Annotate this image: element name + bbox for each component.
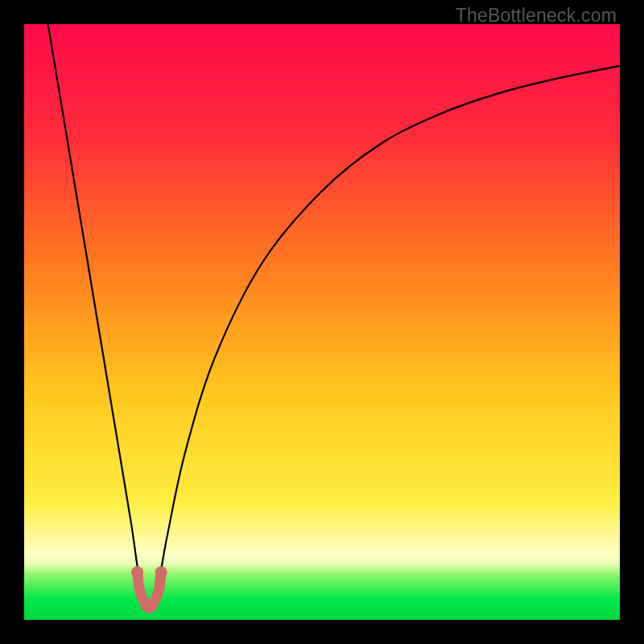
watermark-text: TheBottleneck.com — [456, 5, 617, 27]
optimal-zone-endpoint-left — [131, 566, 143, 578]
optimal-zone-endpoint-right — [155, 566, 167, 578]
chart-frame: TheBottleneck.com — [0, 0, 644, 644]
highlight-layer — [24, 24, 620, 620]
plot-area — [24, 24, 620, 620]
optimal-zone-marker — [138, 572, 162, 608]
